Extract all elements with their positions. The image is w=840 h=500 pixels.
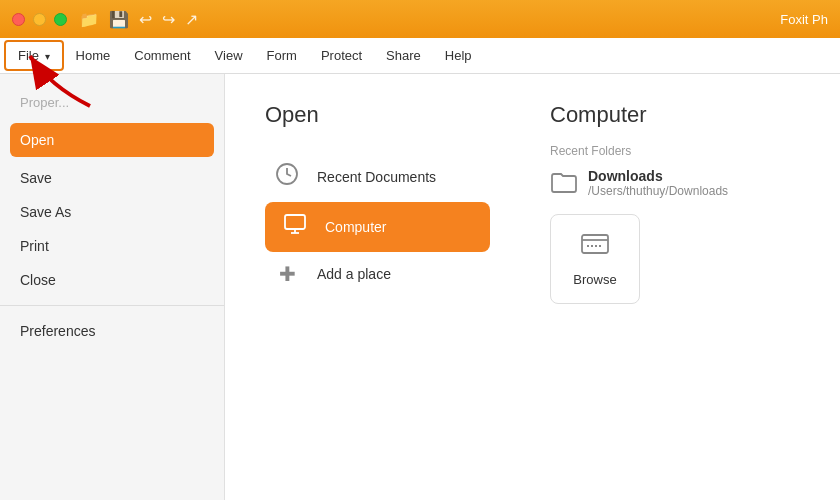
sidebar-item-close[interactable]: Close bbox=[0, 263, 224, 297]
browse-icon bbox=[580, 231, 610, 264]
computer-panel: Computer Recent Folders Downloads /Users… bbox=[550, 102, 800, 472]
undo-icon: ↩ bbox=[139, 10, 152, 29]
menu-help[interactable]: Help bbox=[433, 42, 484, 69]
sidebar-item-open[interactable]: Open bbox=[10, 123, 214, 157]
traffic-lights bbox=[12, 13, 67, 26]
computer-icon bbox=[281, 212, 309, 242]
folder-path: /Users/thuthuy/Downloads bbox=[588, 184, 728, 198]
share-icon: ↗ bbox=[185, 10, 198, 29]
titlebar-icons: 📁 💾 ↩ ↪ ↗ bbox=[79, 10, 198, 29]
folder-item-downloads[interactable]: Downloads /Users/thuthuy/Downloads bbox=[550, 168, 800, 200]
menu-form[interactable]: Form bbox=[255, 42, 309, 69]
computer-panel-title: Computer bbox=[550, 102, 800, 128]
file-arrow: ▾ bbox=[45, 51, 50, 62]
app-name: Foxit Ph bbox=[780, 12, 828, 27]
sidebar: Proper... Open Save Save As Print Close … bbox=[0, 74, 225, 500]
downloads-folder-icon bbox=[550, 170, 578, 200]
sidebar-item-saveas[interactable]: Save As bbox=[0, 195, 224, 229]
maximize-button[interactable] bbox=[54, 13, 67, 26]
addplace-icon: ✚ bbox=[273, 262, 301, 286]
recent-folders-label: Recent Folders bbox=[550, 144, 800, 158]
recent-icon bbox=[273, 162, 301, 192]
open-option-addplace[interactable]: ✚ Add a place bbox=[265, 252, 490, 296]
svg-rect-5 bbox=[582, 235, 608, 253]
menu-home[interactable]: Home bbox=[64, 42, 123, 69]
sidebar-item-print[interactable]: Print bbox=[0, 229, 224, 263]
save-icon: 💾 bbox=[109, 10, 129, 29]
sidebar-item-preferences[interactable]: Preferences bbox=[0, 314, 224, 348]
sidebar-divider bbox=[0, 305, 224, 306]
computer-label: Computer bbox=[325, 219, 386, 235]
minimize-button[interactable] bbox=[33, 13, 46, 26]
open-panel-title: Open bbox=[265, 102, 490, 128]
svg-rect-2 bbox=[285, 215, 305, 229]
browse-label: Browse bbox=[573, 272, 616, 287]
redo-icon: ↪ bbox=[162, 10, 175, 29]
sidebar-item-properties[interactable]: Proper... bbox=[0, 86, 224, 119]
open-option-recent[interactable]: Recent Documents bbox=[265, 152, 490, 202]
menu-view[interactable]: View bbox=[203, 42, 255, 69]
open-option-computer[interactable]: Computer bbox=[265, 202, 490, 252]
open-panel: Open Recent Documents bbox=[265, 102, 490, 472]
recent-label: Recent Documents bbox=[317, 169, 436, 185]
folder-name: Downloads bbox=[588, 168, 728, 184]
menu-protect[interactable]: Protect bbox=[309, 42, 374, 69]
close-button[interactable] bbox=[12, 13, 25, 26]
menu-comment[interactable]: Comment bbox=[122, 42, 202, 69]
folder-info-downloads: Downloads /Users/thuthuy/Downloads bbox=[588, 168, 728, 198]
titlebar: 📁 💾 ↩ ↪ ↗ Foxit Ph bbox=[0, 0, 840, 38]
addplace-label: Add a place bbox=[317, 266, 391, 282]
content-area: Open Recent Documents bbox=[225, 74, 840, 500]
sidebar-item-save[interactable]: Save bbox=[0, 161, 224, 195]
menubar: File ▾ Home Comment View Form Protect Sh… bbox=[0, 38, 840, 74]
browse-button[interactable]: Browse bbox=[550, 214, 640, 304]
main-layout: Proper... Open Save Save As Print Close … bbox=[0, 74, 840, 500]
menu-share[interactable]: Share bbox=[374, 42, 433, 69]
menu-file[interactable]: File ▾ bbox=[4, 40, 64, 71]
folder-icon: 📁 bbox=[79, 10, 99, 29]
